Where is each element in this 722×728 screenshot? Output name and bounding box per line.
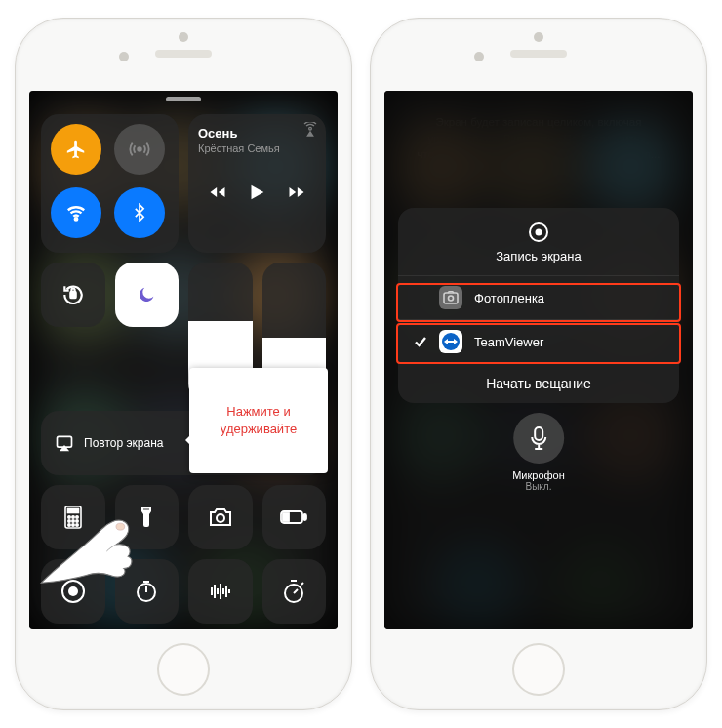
photos-app-icon xyxy=(439,286,462,309)
action-label: Начать вещание xyxy=(486,376,591,391)
sheet-title: Запись экрана xyxy=(496,249,581,263)
callout-text: Нажмите и удерживайте xyxy=(221,403,297,437)
media-subtitle: Крёстная Семья xyxy=(198,142,316,154)
option-teamviewer[interactable]: TeamViewer xyxy=(398,320,679,364)
option-photos[interactable]: Фотопленка xyxy=(398,276,679,320)
earpiece-speaker xyxy=(510,50,567,58)
airplane-toggle[interactable] xyxy=(51,124,101,175)
bluetooth-toggle[interactable] xyxy=(114,187,165,238)
low-power-button[interactable] xyxy=(262,485,327,549)
proximity-sensor xyxy=(179,32,188,42)
rotation-lock-icon xyxy=(60,282,86,307)
cellular-toggle[interactable] xyxy=(114,124,165,175)
svg-rect-21 xyxy=(283,513,289,521)
voice-memos-button[interactable] xyxy=(188,559,253,624)
screen-mirroring-icon xyxy=(55,433,74,453)
screen-left: Осень Крёстная Семья xyxy=(29,91,338,629)
microphone-state: Выкл. xyxy=(512,481,565,492)
screen-recording-sheet: Запись экрана Фотопленка TeamViewer Нача… xyxy=(398,208,679,403)
proximity-sensor xyxy=(534,32,543,42)
instruction-callout: Нажмите и удерживайте xyxy=(189,368,328,473)
stopwatch-button[interactable] xyxy=(262,559,327,624)
svg-point-2 xyxy=(309,127,312,130)
microphone-label: Микрофон xyxy=(512,469,565,481)
svg-point-26 xyxy=(116,523,125,530)
svg-point-0 xyxy=(138,147,141,151)
do-not-disturb-button[interactable] xyxy=(115,263,180,327)
bluetooth-icon xyxy=(130,203,149,222)
screen-right: Экран будет записан целиком, включая уве… xyxy=(384,91,693,629)
moon-icon xyxy=(136,284,157,305)
cellular-icon xyxy=(129,139,150,160)
airplay-audio-icon xyxy=(302,122,318,138)
control-center-grabber[interactable] xyxy=(166,97,201,101)
option-label: TeamViewer xyxy=(474,335,543,349)
svg-point-23 xyxy=(68,586,78,596)
screen-mirroring-label: Повтор экрана xyxy=(84,436,163,450)
svg-rect-3 xyxy=(70,292,75,299)
home-button[interactable] xyxy=(157,643,210,696)
play-icon[interactable] xyxy=(246,182,267,203)
media-title: Осень xyxy=(198,126,316,141)
svg-point-1 xyxy=(75,218,78,221)
rotation-lock-button[interactable] xyxy=(41,263,105,327)
battery-icon xyxy=(280,509,307,525)
wifi-icon xyxy=(65,202,87,223)
svg-rect-20 xyxy=(303,514,306,520)
iphone-frame-right: Экран будет записан целиком, включая уве… xyxy=(370,18,707,710)
wifi-toggle[interactable] xyxy=(51,187,101,238)
sheet-header: Запись экрана xyxy=(398,208,679,276)
earpiece-speaker xyxy=(155,50,212,58)
start-broadcast-button[interactable]: Начать вещание xyxy=(398,364,679,403)
svg-point-18 xyxy=(217,514,224,522)
previous-icon[interactable] xyxy=(208,182,227,202)
svg-rect-32 xyxy=(535,427,542,440)
camera-icon xyxy=(208,506,233,528)
airplane-icon xyxy=(65,139,87,160)
front-camera xyxy=(119,52,129,61)
next-icon[interactable] xyxy=(287,182,306,202)
microphone-icon xyxy=(530,426,547,450)
connectivity-panel[interactable] xyxy=(41,114,179,253)
camera-button[interactable] xyxy=(188,485,253,549)
record-icon xyxy=(528,222,549,243)
svg-point-30 xyxy=(449,296,454,301)
stopwatch-icon xyxy=(282,579,305,604)
home-button[interactable] xyxy=(512,643,565,696)
media-panel[interactable]: Осень Крёстная Семья xyxy=(188,114,326,253)
pointing-hand-illustration xyxy=(29,491,176,585)
svg-point-28 xyxy=(536,229,542,236)
option-label: Фотопленка xyxy=(474,291,544,305)
waveform-icon xyxy=(207,582,234,601)
checkmark-icon xyxy=(414,335,427,348)
front-camera xyxy=(474,52,484,61)
iphone-frame-left: Осень Крёстная Семья xyxy=(15,18,352,710)
svg-rect-29 xyxy=(444,293,458,303)
teamviewer-app-icon xyxy=(439,330,462,353)
microphone-toggle[interactable]: Микрофон Выкл. xyxy=(512,413,565,492)
